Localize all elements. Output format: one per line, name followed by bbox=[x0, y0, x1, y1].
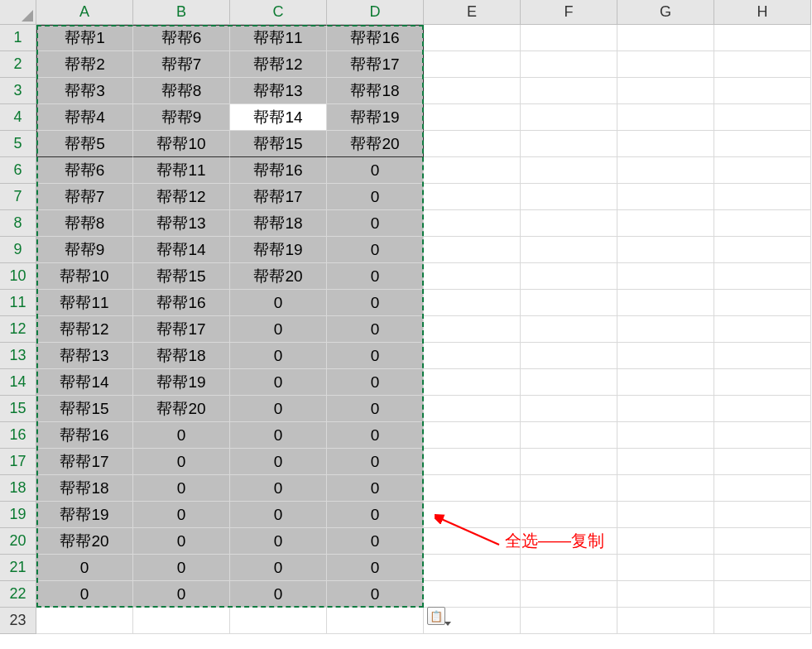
cell-A23[interactable] bbox=[36, 608, 133, 634]
cell-D1[interactable]: 帮帮16 bbox=[327, 25, 424, 51]
cell-F5[interactable] bbox=[521, 131, 617, 157]
cell-G20[interactable] bbox=[617, 528, 714, 555]
cell-B6[interactable]: 帮帮11 bbox=[133, 157, 230, 184]
cell-F2[interactable] bbox=[521, 51, 617, 78]
cell-A17[interactable]: 帮帮17 bbox=[36, 449, 133, 475]
cell-H15[interactable] bbox=[714, 396, 811, 422]
cell-F8[interactable] bbox=[521, 210, 617, 237]
cell-A2[interactable]: 帮帮2 bbox=[36, 51, 133, 78]
cell-C9[interactable]: 帮帮19 bbox=[230, 237, 327, 263]
cell-E9[interactable] bbox=[424, 237, 521, 263]
cell-F19[interactable] bbox=[521, 502, 617, 528]
row-header-5[interactable]: 5 bbox=[0, 131, 36, 157]
cell-C17[interactable]: 0 bbox=[230, 449, 327, 475]
row-header-16[interactable]: 16 bbox=[0, 422, 36, 449]
cell-F21[interactable] bbox=[521, 555, 617, 581]
column-header-A[interactable]: A bbox=[36, 0, 133, 25]
cell-A16[interactable]: 帮帮16 bbox=[36, 422, 133, 449]
cell-H11[interactable] bbox=[714, 290, 811, 316]
cell-D22[interactable]: 0 bbox=[327, 581, 424, 608]
cell-B11[interactable]: 帮帮16 bbox=[133, 290, 230, 316]
column-header-H[interactable]: H bbox=[714, 0, 811, 25]
cell-A1[interactable]: 帮帮1 bbox=[36, 25, 133, 51]
cell-H9[interactable] bbox=[714, 237, 811, 263]
cell-D9[interactable]: 0 bbox=[327, 237, 424, 263]
cell-B7[interactable]: 帮帮12 bbox=[133, 184, 230, 210]
cell-A14[interactable]: 帮帮14 bbox=[36, 369, 133, 396]
cell-D6[interactable]: 0 bbox=[327, 157, 424, 184]
cell-G5[interactable] bbox=[617, 131, 714, 157]
cell-C15[interactable]: 0 bbox=[230, 396, 327, 422]
cell-B14[interactable]: 帮帮19 bbox=[133, 369, 230, 396]
cell-E18[interactable] bbox=[424, 475, 521, 502]
cell-C4[interactable]: 帮帮14 bbox=[230, 104, 327, 131]
cell-F12[interactable] bbox=[521, 316, 617, 343]
cell-H22[interactable] bbox=[714, 581, 811, 608]
cell-A10[interactable]: 帮帮10 bbox=[36, 263, 133, 290]
cell-C5[interactable]: 帮帮15 bbox=[230, 131, 327, 157]
cell-G12[interactable] bbox=[617, 316, 714, 343]
cell-H8[interactable] bbox=[714, 210, 811, 237]
cell-H2[interactable] bbox=[714, 51, 811, 78]
spreadsheet-grid[interactable]: ABCDEFGH1帮帮1帮帮6帮帮11帮帮162帮帮2帮帮7帮帮12帮帮173帮… bbox=[0, 0, 812, 634]
cell-G15[interactable] bbox=[617, 396, 714, 422]
cell-D15[interactable]: 0 bbox=[327, 396, 424, 422]
cell-D4[interactable]: 帮帮19 bbox=[327, 104, 424, 131]
select-all-corner[interactable] bbox=[0, 0, 36, 25]
cell-F13[interactable] bbox=[521, 343, 617, 369]
cell-G6[interactable] bbox=[617, 157, 714, 184]
cell-C14[interactable]: 0 bbox=[230, 369, 327, 396]
row-header-3[interactable]: 3 bbox=[0, 78, 36, 104]
cell-A13[interactable]: 帮帮13 bbox=[36, 343, 133, 369]
cell-F1[interactable] bbox=[521, 25, 617, 51]
cell-F7[interactable] bbox=[521, 184, 617, 210]
cell-G8[interactable] bbox=[617, 210, 714, 237]
cell-H1[interactable] bbox=[714, 25, 811, 51]
row-header-17[interactable]: 17 bbox=[0, 449, 36, 475]
cell-D14[interactable]: 0 bbox=[327, 369, 424, 396]
cell-A8[interactable]: 帮帮8 bbox=[36, 210, 133, 237]
row-header-20[interactable]: 20 bbox=[0, 528, 36, 555]
cell-B8[interactable]: 帮帮13 bbox=[133, 210, 230, 237]
cell-G11[interactable] bbox=[617, 290, 714, 316]
cell-B5[interactable]: 帮帮10 bbox=[133, 131, 230, 157]
cell-E3[interactable] bbox=[424, 78, 521, 104]
cell-H13[interactable] bbox=[714, 343, 811, 369]
cell-F16[interactable] bbox=[521, 422, 617, 449]
cell-A19[interactable]: 帮帮19 bbox=[36, 502, 133, 528]
cell-B12[interactable]: 帮帮17 bbox=[133, 316, 230, 343]
cell-G10[interactable] bbox=[617, 263, 714, 290]
column-header-G[interactable]: G bbox=[617, 0, 714, 25]
cell-A20[interactable]: 帮帮20 bbox=[36, 528, 133, 555]
cell-H4[interactable] bbox=[714, 104, 811, 131]
cell-E1[interactable] bbox=[424, 25, 521, 51]
row-header-11[interactable]: 11 bbox=[0, 290, 36, 316]
cell-H17[interactable] bbox=[714, 449, 811, 475]
cell-G21[interactable] bbox=[617, 555, 714, 581]
cell-A18[interactable]: 帮帮18 bbox=[36, 475, 133, 502]
cell-H6[interactable] bbox=[714, 157, 811, 184]
cell-H20[interactable] bbox=[714, 528, 811, 555]
cell-C21[interactable]: 0 bbox=[230, 555, 327, 581]
cell-D17[interactable]: 0 bbox=[327, 449, 424, 475]
cell-B13[interactable]: 帮帮18 bbox=[133, 343, 230, 369]
cell-C18[interactable]: 0 bbox=[230, 475, 327, 502]
cell-D3[interactable]: 帮帮18 bbox=[327, 78, 424, 104]
cell-C12[interactable]: 0 bbox=[230, 316, 327, 343]
cell-F11[interactable] bbox=[521, 290, 617, 316]
column-header-F[interactable]: F bbox=[521, 0, 617, 25]
cell-E8[interactable] bbox=[424, 210, 521, 237]
cell-C11[interactable]: 0 bbox=[230, 290, 327, 316]
cell-G1[interactable] bbox=[617, 25, 714, 51]
cell-A9[interactable]: 帮帮9 bbox=[36, 237, 133, 263]
cell-E19[interactable] bbox=[424, 502, 521, 528]
cell-E21[interactable] bbox=[424, 555, 521, 581]
cell-G3[interactable] bbox=[617, 78, 714, 104]
cell-C19[interactable]: 0 bbox=[230, 502, 327, 528]
cell-D20[interactable]: 0 bbox=[327, 528, 424, 555]
cell-B20[interactable]: 0 bbox=[133, 528, 230, 555]
cell-A22[interactable]: 0 bbox=[36, 581, 133, 608]
cell-A21[interactable]: 0 bbox=[36, 555, 133, 581]
column-header-B[interactable]: B bbox=[133, 0, 230, 25]
cell-C8[interactable]: 帮帮18 bbox=[230, 210, 327, 237]
